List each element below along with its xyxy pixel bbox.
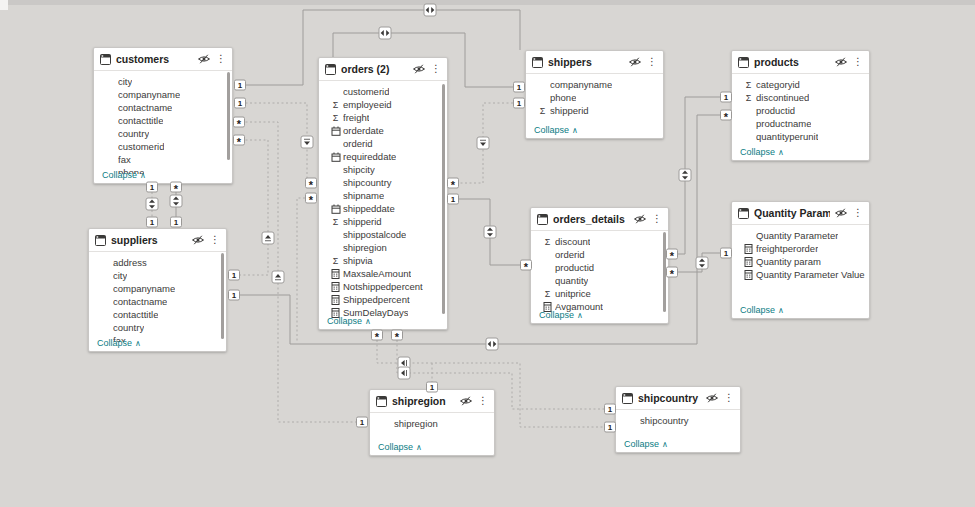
visibility-eye-icon[interactable] xyxy=(628,57,642,67)
relationship-line[interactable] xyxy=(297,198,305,343)
more-options-button[interactable]: ⋮ xyxy=(210,235,220,245)
more-options-button[interactable]: ⋮ xyxy=(853,57,863,67)
field-row-orders[interactable]: shipregion xyxy=(319,241,447,254)
hide-table-button[interactable] xyxy=(412,64,426,74)
field-row-orders_details[interactable]: quantity xyxy=(531,274,668,287)
collapse-button[interactable]: Collapse∧ xyxy=(102,170,146,180)
field-row-orders[interactable]: Σfreight xyxy=(319,111,447,124)
field-row-quantity_parameter[interactable]: Quantity Parameter Value xyxy=(732,268,869,281)
field-row-orders_details[interactable]: Σunitprice xyxy=(531,287,668,300)
hide-table-button[interactable] xyxy=(705,393,719,403)
more-options-button[interactable]: ⋮ xyxy=(853,208,863,218)
table-card-quantity_parameter[interactable]: Quantity Parameter⋮Quantity Parameterfre… xyxy=(731,201,870,319)
field-row-suppliers[interactable]: address xyxy=(89,256,226,269)
table-card-orders[interactable]: orders (2)⋮customeridΣemployeeidΣfreight… xyxy=(318,57,448,330)
field-row-suppliers[interactable]: contacttitle xyxy=(89,308,226,321)
field-row-customers[interactable]: city xyxy=(94,75,232,88)
field-row-quantity_parameter[interactable]: freightperorder xyxy=(732,242,869,255)
scrollbar[interactable] xyxy=(227,72,230,160)
collapse-button[interactable]: Collapse∧ xyxy=(378,442,422,452)
relationship-line[interactable] xyxy=(240,140,268,275)
field-row-orders[interactable]: Σshipvia xyxy=(319,254,447,267)
field-row-orders[interactable]: orderid xyxy=(319,137,447,150)
hide-table-button[interactable] xyxy=(628,57,642,67)
field-row-orders[interactable]: shipcountry xyxy=(319,176,447,189)
collapse-button[interactable]: Collapse∧ xyxy=(539,310,583,320)
table-card-customers[interactable]: customers⋮citycompanynamecontactnamecont… xyxy=(93,47,233,184)
collapse-button[interactable]: Collapse∧ xyxy=(534,125,578,135)
collapse-button[interactable]: Collapse∧ xyxy=(327,316,371,326)
collapse-button[interactable]: Collapse∧ xyxy=(97,338,141,348)
visibility-eye-icon[interactable] xyxy=(834,57,848,67)
collapse-button[interactable]: Collapse∧ xyxy=(740,305,784,315)
visibility-eye-icon[interactable] xyxy=(705,393,719,403)
field-row-suppliers[interactable]: country xyxy=(89,321,226,334)
table-card-shipcountry[interactable]: shipcountry⋮shipcountryCollapse∧ xyxy=(615,386,741,453)
field-row-shipregion[interactable]: shipregion xyxy=(370,417,494,430)
more-options-button[interactable]: ⋮ xyxy=(647,57,657,67)
field-row-shipcountry[interactable]: shipcountry xyxy=(616,414,740,427)
visibility-eye-icon[interactable] xyxy=(459,396,473,406)
field-row-customers[interactable]: contacttitle xyxy=(94,114,232,127)
field-row-shippers[interactable]: companyname xyxy=(526,78,663,91)
field-row-customers[interactable]: companyname xyxy=(94,88,232,101)
scrollbar[interactable] xyxy=(221,253,224,339)
field-row-orders[interactable]: customerid xyxy=(319,85,447,98)
field-row-orders[interactable]: shippeddate xyxy=(319,202,447,215)
field-row-shippers[interactable]: phone xyxy=(526,91,663,104)
more-options-button[interactable]: ⋮ xyxy=(478,396,488,406)
hide-table-button[interactable] xyxy=(834,57,848,67)
field-row-orders[interactable]: Σemployeeid xyxy=(319,98,447,111)
field-row-suppliers[interactable]: city xyxy=(89,269,226,282)
field-row-orders_details[interactable]: productid xyxy=(531,261,668,274)
field-row-orders[interactable]: shippostalcode xyxy=(319,228,447,241)
field-row-products[interactable]: Σcategoryid xyxy=(732,78,869,91)
hide-table-button[interactable] xyxy=(191,235,205,245)
more-options-button[interactable]: ⋮ xyxy=(431,64,441,74)
visibility-eye-icon[interactable] xyxy=(197,54,211,64)
hide-table-button[interactable] xyxy=(633,214,647,224)
scrollbar[interactable] xyxy=(442,84,445,314)
field-row-products[interactable]: productid xyxy=(732,104,869,117)
field-row-orders[interactable]: Shippedpercent xyxy=(319,293,447,306)
field-row-suppliers[interactable]: contactname xyxy=(89,295,226,308)
visibility-eye-icon[interactable] xyxy=(834,208,848,218)
visibility-eye-icon[interactable] xyxy=(633,214,647,224)
field-row-suppliers[interactable]: companyname xyxy=(89,282,226,295)
table-card-shippers[interactable]: shippers⋮companynamephoneΣshipperidColla… xyxy=(525,50,664,139)
more-options-button[interactable]: ⋮ xyxy=(724,393,734,403)
hide-table-button[interactable] xyxy=(834,208,848,218)
field-row-orders[interactable]: orderdate xyxy=(319,124,447,137)
table-card-products[interactable]: products⋮ΣcategoryidΣdiscontinuedproduct… xyxy=(731,50,870,161)
hide-table-button[interactable] xyxy=(459,396,473,406)
visibility-eye-icon[interactable] xyxy=(191,235,205,245)
field-row-customers[interactable]: customerid xyxy=(94,140,232,153)
table-card-suppliers[interactable]: suppliers⋮addresscitycompanynamecontactn… xyxy=(88,228,227,352)
field-row-customers[interactable]: country xyxy=(94,127,232,140)
visibility-eye-icon[interactable] xyxy=(412,64,426,74)
hide-table-button[interactable] xyxy=(197,54,211,64)
collapse-button[interactable]: Collapse∧ xyxy=(624,439,668,449)
table-card-shipregion[interactable]: shipregion⋮shipregionCollapse∧ xyxy=(369,389,495,456)
field-row-products[interactable]: productname xyxy=(732,117,869,130)
field-row-quantity_parameter[interactable]: Quantity param xyxy=(732,255,869,268)
field-row-orders[interactable]: requireddate xyxy=(319,150,447,163)
field-row-orders[interactable]: Notshippedpercent xyxy=(319,280,447,293)
field-row-orders[interactable]: shipcity xyxy=(319,163,447,176)
field-row-orders_details[interactable]: Σdiscount xyxy=(531,235,668,248)
field-row-shippers[interactable]: Σshipperid xyxy=(526,104,663,117)
collapse-button[interactable]: Collapse∧ xyxy=(740,147,784,157)
field-row-customers[interactable]: contactname xyxy=(94,101,232,114)
field-row-quantity_parameter[interactable]: Quantity Parameter xyxy=(732,229,869,242)
field-row-products[interactable]: Σdiscontinued xyxy=(732,91,869,104)
field-row-orders[interactable]: MaxsaleAmount xyxy=(319,267,447,280)
more-options-button[interactable]: ⋮ xyxy=(652,214,662,224)
field-row-orders_details[interactable]: orderid xyxy=(531,248,668,261)
field-row-products[interactable]: quantityperunit xyxy=(732,130,869,143)
field-row-orders[interactable]: shipname xyxy=(319,189,447,202)
table-card-orders_details[interactable]: orders_details⋮Σdiscountorderidproductid… xyxy=(530,207,669,324)
field-row-customers[interactable]: fax xyxy=(94,153,232,166)
field-row-orders[interactable]: Σshipperid xyxy=(319,215,447,228)
more-options-button[interactable]: ⋮ xyxy=(216,54,226,64)
relationship-line[interactable] xyxy=(241,103,307,183)
